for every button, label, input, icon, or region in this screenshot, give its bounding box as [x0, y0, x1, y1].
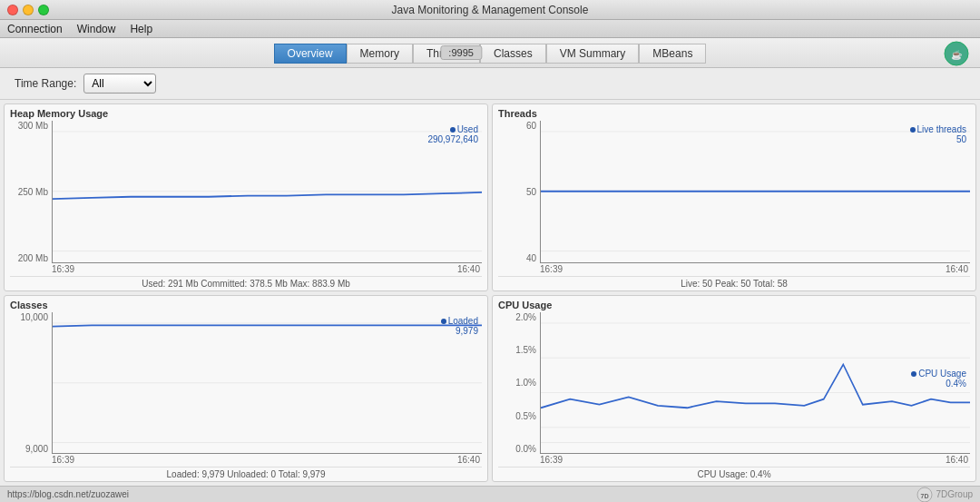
- cpu-usage-title: CPU Usage: [498, 300, 970, 310]
- heap-memory-panel: Heap Memory Usage 300 Mb 250 Mb 200 Mb U…: [4, 103, 488, 291]
- threads-title: Threads: [498, 108, 970, 119]
- url-text: https://blog.csdn.net/zuozawei: [7, 489, 129, 499]
- time-range-select[interactable]: All Last 1 minute Last 5 minutes Last 10…: [83, 74, 156, 94]
- menu-help[interactable]: Help: [130, 23, 152, 35]
- threads-y-labels: 60 50 40: [498, 121, 538, 263]
- tab-memory[interactable]: Memory: [347, 44, 413, 64]
- threads-x-labels: 16:39 16:40: [540, 263, 970, 274]
- cpu-usage-x-labels: 16:39 16:40: [540, 454, 970, 465]
- toolbar: Time Range: All Last 1 minute Last 5 min…: [0, 68, 980, 100]
- heap-memory-y-labels: 300 Mb 250 Mb 200 Mb: [10, 121, 50, 263]
- cpu-usage-chart: [541, 312, 970, 454]
- minimize-button[interactable]: [23, 5, 34, 15]
- connection-indicator: :9995: [440, 45, 482, 60]
- cpu-usage-legend: CPU Usage0.4%: [911, 369, 966, 389]
- cpu-usage-panel: CPU Usage 2.0% 1.5% 1.0% 0.5% 0.0% CPU U…: [492, 295, 976, 483]
- menu-bar: Connection Window Help: [0, 20, 980, 38]
- title-bar: Java Monitoring & Management Console: [0, 0, 980, 20]
- svg-text:7D: 7D: [921, 493, 929, 499]
- classes-x-labels: 16:39 16:40: [52, 454, 482, 465]
- url-bar: https://blog.csdn.net/zuozawei 7D 7DGrou…: [0, 486, 980, 502]
- time-range-label: Time Range:: [15, 77, 76, 90]
- watermark: 7D 7DGroup: [916, 487, 973, 503]
- threads-footer: Live: 50 Peak: 50 Total: 58: [498, 276, 970, 289]
- traffic-lights: [7, 5, 49, 15]
- classes-legend: Loaded9,979: [441, 316, 478, 336]
- classes-chart: [53, 312, 482, 454]
- threads-chart: [541, 121, 970, 262]
- heap-memory-chart: [53, 121, 482, 262]
- heap-memory-title: Heap Memory Usage: [10, 108, 482, 119]
- menu-connection[interactable]: Connection: [7, 23, 63, 35]
- java-logo-icon: ☕: [944, 41, 969, 66]
- classes-title: Classes: [10, 300, 482, 310]
- threads-legend: Live threads50: [910, 124, 966, 144]
- cpu-usage-y-labels: 2.0% 1.5% 1.0% 0.5% 0.0%: [498, 312, 538, 455]
- window-title: Java Monitoring & Management Console: [392, 4, 589, 16]
- close-button[interactable]: [7, 5, 18, 15]
- watermark-icon: 7D: [916, 487, 933, 503]
- charts-area: Heap Memory Usage 300 Mb 250 Mb 200 Mb U…: [0, 100, 980, 486]
- menu-window[interactable]: Window: [77, 23, 116, 35]
- cpu-usage-footer: CPU Usage: 0.4%: [498, 467, 970, 479]
- heap-memory-x-labels: 16:39 16:40: [52, 263, 482, 274]
- maximize-button[interactable]: [38, 5, 49, 15]
- heap-memory-legend: Used290,972,640: [427, 124, 478, 144]
- tab-overview[interactable]: Overview: [274, 44, 347, 64]
- svg-text:☕: ☕: [951, 49, 963, 61]
- heap-memory-footer: Used: 291 Mb Committed: 378.5 Mb Max: 88…: [10, 276, 482, 289]
- tab-bar: :9995 Overview Memory Threads Classes VM…: [0, 38, 980, 68]
- classes-y-labels: 10,000 9,500 9,000: [10, 312, 50, 455]
- classes-panel: Classes 10,000 9,500 9,000 Loaded9,979: [4, 295, 488, 483]
- tab-mbeans[interactable]: MBeans: [639, 44, 706, 64]
- classes-footer: Loaded: 9,979 Unloaded: 0 Total: 9,979: [10, 467, 482, 479]
- threads-panel: Threads 60 50 40 Live threads50: [492, 103, 976, 291]
- tab-vm-summary[interactable]: VM Summary: [546, 44, 640, 64]
- tab-classes[interactable]: Classes: [480, 44, 546, 64]
- main-window: :9995 Overview Memory Threads Classes VM…: [0, 38, 980, 502]
